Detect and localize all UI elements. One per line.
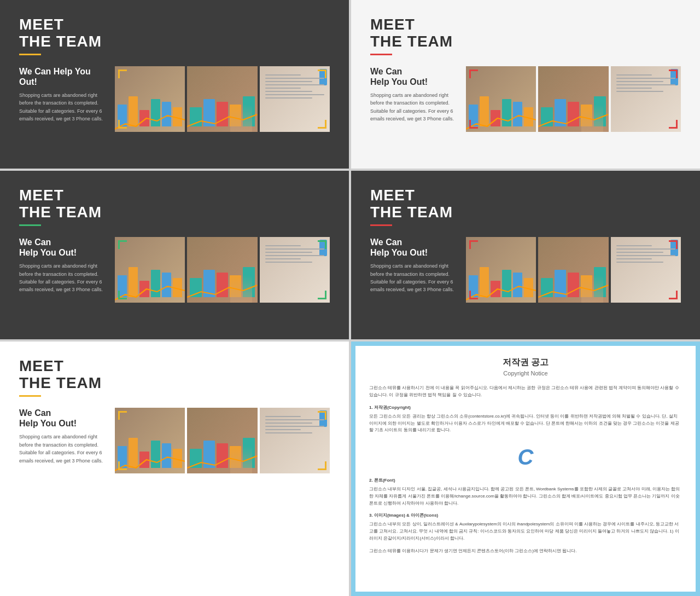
bracket-br-3 xyxy=(318,291,326,299)
bracket-tr-2 xyxy=(669,70,678,78)
s3-dl3 xyxy=(265,252,313,253)
bracket-tr-1 xyxy=(318,70,326,78)
copyright-sec1-title: 1. 저작권(Copyright) xyxy=(369,404,682,412)
bracket-br-2 xyxy=(669,120,678,129)
bracket-bl-1 xyxy=(118,120,127,129)
slide-4-underline xyxy=(370,224,392,226)
slide-3: MEETTHE TEAM We CanHelp You Out! Shoppin… xyxy=(0,171,349,339)
slide-5-title: MEETTHE TEAM xyxy=(19,358,330,392)
s2-dl4 xyxy=(616,84,675,85)
slide-2: MEETTHE TEAM We CanHelp You Out! Shoppin… xyxy=(351,0,700,169)
s2-dl2 xyxy=(616,78,675,79)
bracket-tr-3 xyxy=(318,240,326,249)
s3-dl4 xyxy=(265,255,324,256)
s2-dl6 xyxy=(616,91,664,92)
s5-doc-lines xyxy=(265,416,324,436)
slide-2-image-row xyxy=(466,66,681,132)
s2-dl3 xyxy=(616,81,664,82)
s4-dl6 xyxy=(616,262,664,263)
s3-dl2 xyxy=(265,248,324,250)
doc-line1 xyxy=(265,74,301,76)
bracket-bl-2 xyxy=(469,120,478,129)
bracket-tl-2 xyxy=(469,70,478,78)
slide-5-content: We CanHelp You Out! Shopping carts are a… xyxy=(19,408,330,580)
bracket-br-5 xyxy=(318,461,326,470)
s5-dl5 xyxy=(265,429,301,430)
slide-4: MEETTHE TEAM We CanHelp You Out! Shoppin… xyxy=(351,171,700,339)
slide-2-title: MEETTHE TEAM xyxy=(370,16,681,50)
slide-2-underline xyxy=(370,54,392,55)
s5-dl1 xyxy=(265,416,301,417)
slide-3-title: MEETTHE TEAM xyxy=(19,187,330,221)
s5-dl4 xyxy=(265,426,324,427)
copyright-outro: 그린소스 테뮤를 이용하시다가 문제가 생기면 언제든지 콘텐츠스토어(이하 그… xyxy=(369,548,682,555)
bracket-bl-5 xyxy=(118,461,127,470)
slide-1-content-title: We Can Help You Out! xyxy=(19,66,107,87)
slide-2-description: Shopping carts are abandoned right befor… xyxy=(370,91,458,123)
doc-line8 xyxy=(265,97,313,99)
slide-5: MEETTHE TEAM We CanHelp You Out! Shoppin… xyxy=(0,342,349,596)
slide-4-content-title: We CanHelp You Out! xyxy=(370,237,458,258)
copyright-sec3-title: 3. 이미지(Images) & 아이콘(Icons) xyxy=(369,512,682,519)
copyright-inner: 저작권 공고 Copyright Notice 그린소스 테뮤를 사용하시기 전… xyxy=(355,346,696,592)
slide-4-image-row xyxy=(466,237,681,303)
slide-3-images xyxy=(115,237,330,303)
slide-3-underline xyxy=(19,224,41,226)
slide-4-img2 xyxy=(538,237,608,303)
copyright-body: 그린소스 테뮤를 사용하시기 전에 이 내용을 꼭 읽어주십시오. 다음에서 제… xyxy=(369,385,682,554)
bracket-tr-5 xyxy=(318,411,326,420)
copyright-intro: 그린소스 테뮤를 사용하시기 전에 이 내용을 꼭 읽어주십시오. 다음에서 제… xyxy=(369,385,682,399)
copyright-sec2-title: 2. 폰트(Font) xyxy=(369,477,682,484)
doc-line2 xyxy=(265,78,324,79)
slide-1-linechart2 xyxy=(187,110,257,132)
slide-5-text: We CanHelp You Out! Shopping carts are a… xyxy=(19,408,107,465)
s3-doc-lines xyxy=(265,245,324,265)
slide-1-img2 xyxy=(187,66,257,132)
bracket-tl-1 xyxy=(118,70,127,78)
doc-line4 xyxy=(265,84,324,85)
copyright-title-kr: 저작권 공고 xyxy=(369,357,682,368)
s3-dl1 xyxy=(265,245,301,246)
s4-dl5 xyxy=(616,258,652,259)
s3-dl5 xyxy=(265,258,301,259)
s5-dl2 xyxy=(265,419,324,420)
copyright-title-en: Copyright Notice xyxy=(369,370,682,377)
slide-3-content: We CanHelp You Out! Shopping carts are a… xyxy=(19,237,330,323)
s3-dl6 xyxy=(265,262,313,263)
slide-3-content-title: We CanHelp You Out! xyxy=(19,237,107,258)
slide-1-description: Shopping carts are abandoned right befor… xyxy=(19,91,107,123)
slide-1-underline xyxy=(19,54,41,55)
copyright-outro-text: 그린소스 테뮤를 이용하시다가 문제가 생기면 언제든지 콘텐츠스토어(이하 그… xyxy=(369,548,577,553)
s4-dl3 xyxy=(616,252,664,253)
bracket-br-1 xyxy=(318,120,326,129)
slide-3-text: We CanHelp You Out! Shopping carts are a… xyxy=(19,237,107,294)
bracket-bl-3 xyxy=(118,291,127,299)
slide-5-description: Shopping carts are abandoned right befor… xyxy=(19,433,107,465)
slide-2-content: We CanHelp You Out! Shopping carts are a… xyxy=(370,66,681,153)
slide-5-image-row xyxy=(115,408,330,473)
slide-4-text: We CanHelp You Out! Shopping carts are a… xyxy=(370,237,458,294)
s5-dl3 xyxy=(265,423,313,424)
bracket-tl-4 xyxy=(469,240,478,249)
s4-dl4 xyxy=(616,255,675,256)
bracket-tr-4 xyxy=(669,240,678,249)
slide-3-image-row xyxy=(115,237,330,303)
slide-1-title: MEETTHE TEAM xyxy=(19,16,330,50)
doc-line7 xyxy=(265,94,324,95)
slide-4-description: Shopping carts are abandoned right befor… xyxy=(370,262,458,294)
slide-5-content-title: We CanHelp You Out! xyxy=(19,408,107,429)
s2-linechart2 xyxy=(538,110,608,132)
doc-lines xyxy=(265,74,324,101)
doc-line3 xyxy=(265,81,313,82)
copyright-sec1: 1. 저작권(Copyright) 모든 그린소스의 모든 권리는 항상 그린소… xyxy=(369,404,682,434)
s2-dl5 xyxy=(616,88,652,89)
bracket-br-4 xyxy=(669,291,678,299)
slide-3-img2 xyxy=(187,237,257,303)
copyright-intro-text: 그린소스 테뮤를 사용하시기 전에 이 내용을 꼭 읽어주십시오. 다음에서 제… xyxy=(369,385,679,397)
s2-dl1 xyxy=(616,74,652,76)
slide-1-image-row xyxy=(115,66,330,132)
copyright-sec3: 3. 이미지(Images) & 아이콘(Icons) 그린소스 내부의 모든 … xyxy=(369,512,682,542)
s5-dl6 xyxy=(265,432,313,433)
s3-linechart2 xyxy=(187,281,257,303)
doc-line6 xyxy=(265,91,313,92)
